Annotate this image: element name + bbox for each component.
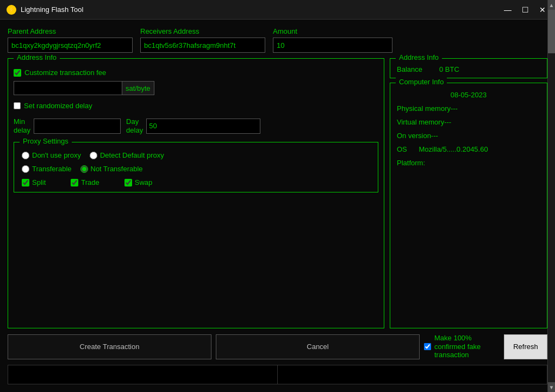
min-day-row: Min delay Day delay — [14, 117, 378, 134]
not-transferable-radio[interactable] — [80, 165, 88, 173]
right-address-info-title: Address Info — [396, 53, 442, 61]
sat-byte-label: sat/byte — [122, 81, 154, 95]
min-delay-label: Min delay — [14, 117, 30, 134]
left-panel-title: Address Info — [14, 53, 60, 61]
parent-address-group: Parent Address — [8, 27, 133, 53]
receivers-address-label: Receivers Address — [140, 27, 265, 35]
titlebar: ⚡ Lightning Flash Tool — ☐ ✕ — [0, 0, 555, 20]
window-controls: — ☐ ✕ — [502, 4, 548, 16]
swap-option: Swap — [124, 178, 153, 186]
no-proxy-radio[interactable] — [22, 152, 29, 159]
sat-byte-input[interactable] — [14, 81, 122, 95]
split-checkbox[interactable] — [22, 179, 29, 186]
transfer-options-row: Transferable Not Transferable — [22, 165, 370, 173]
status-right — [278, 365, 547, 384]
split-option: Split — [22, 178, 46, 186]
close-button[interactable]: ✕ — [537, 4, 548, 16]
sat-input-row: sat/byte — [14, 81, 378, 95]
computer-info-title: Computer Info — [396, 78, 447, 86]
balance-row: Balance 0 BTC — [397, 65, 540, 73]
trade-option: Trade — [71, 178, 99, 186]
day-delay-label: Day delay — [126, 117, 143, 134]
transferable-option: Transferable — [22, 165, 72, 173]
scroll-arrow-down[interactable]: ▼ — [548, 382, 555, 392]
options-checkboxes-row: Split Trade Swap — [22, 178, 370, 186]
detect-proxy-radio[interactable] — [90, 152, 97, 159]
right-address-info-box: Address Info Balance 0 BTC — [390, 58, 547, 78]
computer-info-content: 08-05-2023 Physical memory--- Virtual me… — [397, 91, 540, 167]
scroll-arrow-up[interactable]: ▲ — [548, 0, 555, 10]
amount-label: Amount — [273, 27, 392, 35]
status-left — [8, 365, 278, 384]
min-delay-input[interactable] — [34, 119, 121, 134]
detect-proxy-label: Detect Default proxy — [100, 151, 164, 159]
parent-address-label: Parent Address — [8, 27, 133, 35]
customize-fee-checkbox[interactable] — [14, 69, 21, 77]
receivers-address-input[interactable] — [140, 38, 265, 53]
os-value: Mozilla/5.....0.2045.60 — [419, 145, 488, 153]
randomized-delay-checkbox[interactable] — [14, 102, 21, 109]
swap-label: Swap — [135, 178, 153, 186]
minimize-button[interactable]: — — [502, 4, 514, 16]
day-delay-group: Day delay — [126, 117, 260, 134]
trade-label: Trade — [81, 178, 99, 186]
app-icon: ⚡ — [7, 5, 16, 15]
platform-row: Platform: — [397, 159, 540, 167]
date-row: 08-05-2023 — [397, 91, 540, 99]
parent-address-input[interactable] — [8, 38, 133, 53]
split-label: Split — [32, 178, 46, 186]
scrollbar[interactable]: ▲ ▼ — [547, 0, 555, 392]
randomized-delay-label: Set randomized delay — [24, 102, 92, 110]
right-panel: Address Info Balance 0 BTC Computer Info… — [390, 58, 547, 328]
customize-fee-label: Customize transaction fee — [24, 69, 106, 77]
transferable-label: Transferable — [32, 165, 72, 173]
no-proxy-option: Don't use proxy — [22, 151, 81, 159]
balance-label: Balance — [397, 65, 435, 73]
customize-fee-row: Customize transaction fee — [14, 69, 378, 77]
content-row: Address Info Customize transaction fee s… — [8, 58, 547, 328]
no-proxy-label: Don't use proxy — [32, 151, 81, 159]
trade-checkbox[interactable] — [71, 179, 78, 186]
proxy-settings-box: Proxy Settings Don't use proxy Detect De… — [14, 142, 378, 192]
proxy-settings-title: Proxy Settings — [20, 137, 72, 145]
physical-memory-row: Physical memory--- — [397, 104, 540, 113]
refresh-button[interactable]: Refresh — [504, 334, 547, 359]
amount-input[interactable] — [273, 38, 392, 53]
transferable-radio[interactable] — [22, 165, 29, 173]
swap-checkbox[interactable] — [124, 179, 132, 186]
main-window: Parent Address Receivers Address Amount … — [0, 20, 555, 392]
app-title: Lightning Flash Tool — [21, 5, 502, 14]
receivers-address-group: Receivers Address — [140, 27, 265, 53]
balance-value: 0 BTC — [439, 65, 459, 73]
os-label: OS — [397, 145, 407, 153]
status-bar — [8, 365, 547, 384]
scroll-thumb[interactable] — [548, 10, 555, 53]
left-panel: Address Info Customize transaction fee s… — [8, 58, 384, 328]
bottom-buttons-row: Create Transaction Cancel Make 100% conf… — [8, 334, 547, 359]
proxy-options-row: Don't use proxy Detect Default proxy — [22, 151, 370, 159]
not-transferable-label: Not Transferable — [91, 165, 143, 173]
fake-tx-checkbox[interactable] — [424, 343, 431, 350]
not-transferable-option: Not Transferable — [80, 165, 143, 173]
amount-group: Amount — [273, 27, 392, 53]
virtual-memory-row: Virtual memory--- — [397, 118, 540, 126]
on-version-row: On version--- — [397, 132, 540, 140]
create-transaction-button[interactable]: Create Transaction — [8, 334, 211, 359]
day-delay-input[interactable] — [146, 119, 260, 134]
randomized-delay-row: Set randomized delay — [14, 102, 378, 110]
cancel-button[interactable]: Cancel — [216, 334, 420, 359]
fake-tx-label: Make 100% confirmed fake transaction — [434, 334, 500, 359]
min-delay-group: Min delay — [14, 117, 121, 134]
top-inputs-row: Parent Address Receivers Address Amount — [8, 27, 547, 53]
computer-info-box: Computer Info 08-05-2023 Physical memory… — [390, 83, 547, 328]
os-row: OS Mozilla/5.....0.2045.60 — [397, 145, 540, 153]
fake-transaction-group: Make 100% confirmed fake transaction — [424, 334, 500, 359]
detect-proxy-option: Detect Default proxy — [90, 151, 164, 159]
maximize-button[interactable]: ☐ — [519, 4, 531, 16]
